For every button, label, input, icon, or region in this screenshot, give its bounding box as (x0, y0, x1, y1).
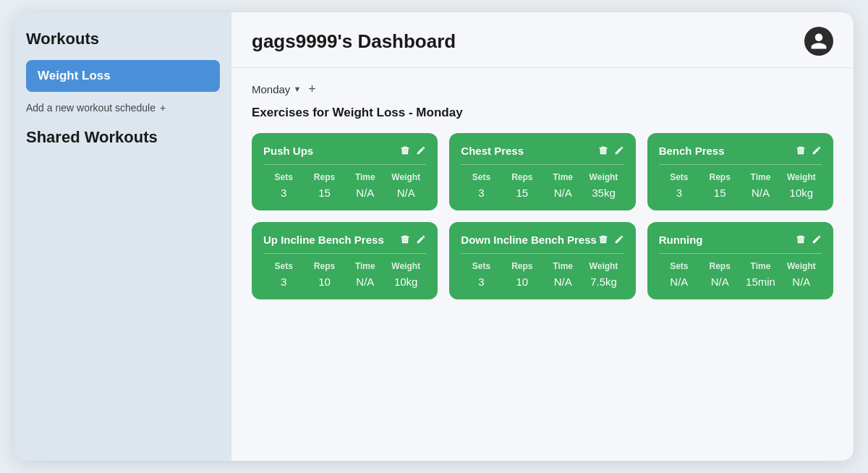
weight-label: Weight (583, 261, 624, 271)
stats-header: Sets Reps Time Weight (263, 172, 426, 182)
sets-label: Sets (263, 261, 304, 271)
reps-label: Reps (502, 172, 542, 182)
sets-value: 3 (263, 187, 304, 199)
reps-value: N/A (699, 276, 740, 288)
sets-value: N/A (659, 276, 699, 288)
stats-values: 3 15 N/A 35kg (461, 187, 624, 199)
exercise-card: Chest Press (449, 133, 635, 210)
shared-workouts-title: Shared Workouts (26, 128, 220, 147)
sets-value: 3 (461, 187, 501, 199)
selected-day: Monday (252, 83, 290, 95)
exercise-name: Push Ups (263, 145, 313, 157)
app-container: Workouts Weight Loss Add a new workout s… (14, 12, 854, 461)
weight-value: N/A (386, 187, 426, 199)
sets-value: 3 (263, 276, 304, 288)
stats-values: 3 10 N/A 10kg (263, 276, 426, 288)
weight-label: Weight (781, 261, 822, 271)
stats-values: N/A N/A 15min N/A (659, 276, 822, 288)
reps-value: 15 (699, 187, 740, 199)
weight-value: 10kg (781, 187, 822, 199)
exercise-name: Bench Press (659, 145, 725, 157)
card-actions (598, 145, 624, 157)
card-actions (796, 145, 822, 157)
sets-label: Sets (659, 172, 699, 182)
sets-value: 3 (659, 187, 699, 199)
edit-exercise-button[interactable] (812, 145, 822, 157)
reps-label: Reps (304, 172, 344, 182)
add-day-button[interactable]: + (308, 82, 316, 95)
delete-exercise-button[interactable] (598, 145, 608, 157)
stats-values: 3 15 N/A N/A (263, 187, 426, 199)
exercise-name: Running (659, 234, 703, 246)
add-workout-link[interactable]: Add a new workout schedule + (26, 102, 220, 114)
exercise-card: Push Ups (252, 133, 438, 210)
time-label: Time (542, 172, 583, 182)
sets-label: Sets (659, 261, 699, 271)
weight-label: Weight (386, 261, 426, 271)
reps-label: Reps (699, 172, 740, 182)
time-value: N/A (740, 187, 780, 199)
weight-value: 35kg (583, 187, 624, 199)
add-workout-icon: + (160, 102, 166, 114)
exercise-card: Running (647, 222, 833, 299)
weight-value: 10kg (386, 276, 426, 288)
time-label: Time (740, 261, 780, 271)
card-header: Up Incline Bench Press (263, 234, 426, 254)
delete-exercise-button[interactable] (598, 234, 608, 246)
edit-exercise-button[interactable] (614, 234, 624, 246)
time-label: Time (542, 261, 583, 271)
reps-value: 15 (304, 187, 344, 199)
edit-exercise-button[interactable] (416, 234, 426, 246)
time-value: N/A (542, 276, 583, 288)
exercise-name: Up Incline Bench Press (263, 234, 384, 246)
card-header: Bench Press (659, 145, 822, 165)
exercise-card: Down Incline Bench Press (449, 222, 635, 299)
user-avatar[interactable] (804, 27, 833, 56)
delete-exercise-button[interactable] (796, 234, 806, 246)
card-actions (796, 234, 822, 246)
day-selector: Monday ▼ + (252, 82, 833, 95)
reps-label: Reps (304, 261, 344, 271)
time-label: Time (345, 172, 386, 182)
day-dropdown[interactable]: Monday ▼ (252, 83, 301, 95)
card-header: Chest Press (461, 145, 624, 165)
card-actions (598, 234, 624, 246)
weight-label: Weight (583, 172, 624, 182)
delete-exercise-button[interactable] (400, 234, 410, 246)
edit-exercise-button[interactable] (614, 145, 624, 157)
stats-header: Sets Reps Time Weight (263, 261, 426, 271)
reps-value: 10 (304, 276, 344, 288)
time-value: N/A (345, 187, 386, 199)
delete-exercise-button[interactable] (400, 145, 410, 157)
edit-exercise-button[interactable] (416, 145, 426, 157)
time-label: Time (740, 172, 780, 182)
card-header: Push Ups (263, 145, 426, 165)
sets-value: 3 (461, 276, 501, 288)
time-value: 15min (740, 276, 780, 288)
sidebar-title: Workouts (26, 30, 220, 48)
exercise-card: Bench Press (647, 133, 833, 210)
time-value: N/A (345, 276, 386, 288)
card-header: Down Incline Bench Press (461, 234, 624, 254)
dashboard-title: gags9999's Dashboard (252, 30, 456, 53)
weight-value: 7.5kg (583, 276, 624, 288)
sidebar-item-weight-loss[interactable]: Weight Loss (26, 60, 220, 92)
exercise-cards-grid: Push Ups (252, 133, 833, 299)
main-panel: gags9999's Dashboard Monday ▼ + Exercise… (231, 12, 854, 461)
day-dropdown-arrow: ▼ (293, 85, 301, 93)
reps-value: 15 (502, 187, 542, 199)
weight-label: Weight (781, 172, 822, 182)
card-actions (400, 234, 426, 246)
delete-exercise-button[interactable] (796, 145, 806, 157)
sets-label: Sets (263, 172, 304, 182)
edit-exercise-button[interactable] (812, 234, 822, 246)
time-value: N/A (542, 187, 583, 199)
stats-header: Sets Reps Time Weight (659, 172, 822, 182)
stats-values: 3 10 N/A 7.5kg (461, 276, 624, 288)
exercise-card: Up Incline Bench Press (252, 222, 438, 299)
exercise-name: Chest Press (461, 145, 524, 157)
stats-values: 3 15 N/A 10kg (659, 187, 822, 199)
section-heading: Exercises for Weight Loss - Monday (252, 106, 833, 120)
reps-value: 10 (502, 276, 542, 288)
main-content: Monday ▼ + Exercises for Weight Loss - M… (231, 68, 854, 461)
